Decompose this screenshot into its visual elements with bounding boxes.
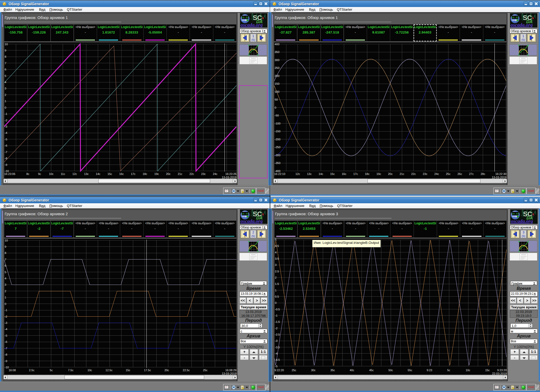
svg-text:15c: 15c <box>330 172 335 175</box>
svg-text:18c: 18c <box>143 172 147 175</box>
svg-text:-4: -4 <box>275 352 278 355</box>
svg-text:55c: 55c <box>408 369 412 372</box>
svg-text:-2: -2 <box>5 119 7 122</box>
svg-text:0: 0 <box>275 106 276 109</box>
svg-text:0: 0 <box>5 106 6 109</box>
svg-text:-10: -10 <box>5 366 9 369</box>
svg-text:12c: 12c <box>295 172 300 175</box>
svg-text:150: 150 <box>275 82 279 85</box>
svg-text:2.5: 2.5 <box>275 270 279 273</box>
svg-text:-1: -1 <box>275 314 278 317</box>
svg-text:-5: -5 <box>5 138 7 141</box>
svg-text:-1: -1 <box>5 309 7 312</box>
svg-text:3: 3 <box>275 263 277 266</box>
svg-text:50c: 50c <box>388 369 393 372</box>
svg-text:15c: 15c <box>107 172 112 175</box>
svg-text:-100: -100 <box>275 122 280 125</box>
svg-text:16:23:06: 16:23:06 <box>4 172 15 175</box>
svg-text:2: 2 <box>275 276 277 279</box>
svg-text:6: 6 <box>5 264 6 267</box>
svg-text:5c: 5c <box>50 369 53 372</box>
svg-text:oscada.org: oscada.org <box>511 22 533 28</box>
svg-text:45c: 45c <box>369 369 374 372</box>
svg-text:oscada.org: oscada.org <box>511 218 533 224</box>
svg-text:2: 2 <box>5 290 6 293</box>
svg-text:16:08: 16:08 <box>9 369 16 372</box>
svg-text:16:22:10: 16:22:10 <box>274 172 285 175</box>
svg-text:-4: -4 <box>5 328 7 331</box>
svg-text:-2: -2 <box>5 315 7 318</box>
svg-text:10.93: 10.93 <box>512 213 519 215</box>
svg-text:-3.5: -3.5 <box>275 346 280 349</box>
svg-text:10c: 10c <box>49 172 54 175</box>
svg-text:19c: 19c <box>376 172 381 175</box>
svg-text:9: 9 <box>5 49 6 52</box>
svg-text:9:23: 9:23 <box>427 369 432 372</box>
svg-text:5c: 5c <box>447 369 450 372</box>
svg-text:oscada.org: oscada.org <box>241 218 263 224</box>
svg-text:-4: -4 <box>5 131 7 134</box>
svg-text:7: 7 <box>5 62 6 65</box>
svg-text:2.5c: 2.5c <box>29 369 35 372</box>
svg-text:14c: 14c <box>96 172 100 175</box>
svg-text:10.93: 10.93 <box>241 213 248 215</box>
svg-text:14c: 14c <box>319 172 323 175</box>
svg-text:13c: 13c <box>307 172 312 175</box>
svg-text:35c: 35c <box>330 369 335 372</box>
svg-text:-5: -5 <box>5 334 7 337</box>
svg-text:25c: 25c <box>446 172 451 175</box>
svg-text:3.5: 3.5 <box>275 257 279 260</box>
svg-text:-7: -7 <box>5 347 7 350</box>
svg-text:25c: 25c <box>292 369 296 372</box>
svg-text:1.5: 1.5 <box>275 282 279 285</box>
svg-text:-350: -350 <box>275 161 280 165</box>
svg-text:22.5c: 22.5c <box>183 369 190 372</box>
svg-text:oscada.org: oscada.org <box>241 22 263 28</box>
svg-text:-7: -7 <box>5 151 7 154</box>
svg-text:16c: 16c <box>119 172 124 175</box>
svg-text:23c: 23c <box>201 172 206 175</box>
svg-text:21c: 21c <box>400 172 404 175</box>
svg-text:20c: 20c <box>388 172 393 175</box>
svg-text:16:23:26: 16:23:26 <box>225 172 236 175</box>
svg-text:22c: 22c <box>411 172 416 175</box>
svg-text:4: 4 <box>5 81 6 84</box>
svg-text:-9: -9 <box>5 360 7 363</box>
svg-text:13-03-2019: 13-03-2019 <box>222 176 236 178</box>
svg-text:-2: -2 <box>275 327 278 330</box>
svg-text:0: 0 <box>5 302 6 305</box>
svg-text:1: 1 <box>5 296 6 299</box>
svg-text:11c: 11c <box>61 172 65 175</box>
svg-text:13c: 13c <box>84 172 89 175</box>
svg-text:8: 8 <box>5 251 6 254</box>
svg-text:10: 10 <box>5 239 8 242</box>
svg-text:-2.5: -2.5 <box>275 333 280 336</box>
svg-text:400: 400 <box>275 43 279 46</box>
svg-text:-0.5: -0.5 <box>275 308 280 311</box>
svg-text:18c: 18c <box>365 172 370 175</box>
svg-text:10.93: 10.93 <box>511 16 518 19</box>
svg-text:-1.5: -1.5 <box>275 320 280 323</box>
svg-text:-300: -300 <box>275 154 280 157</box>
svg-text:-50: -50 <box>275 114 279 117</box>
svg-text:7: 7 <box>5 258 6 261</box>
svg-text:100: 100 <box>275 90 279 93</box>
svg-text:8c: 8c <box>26 172 29 175</box>
svg-text:20c: 20c <box>164 369 169 372</box>
svg-text:5: 5 <box>275 239 277 241</box>
svg-text:3: 3 <box>5 283 6 286</box>
svg-text:4: 4 <box>275 251 277 254</box>
svg-text:13-03-2019: 13-03-2019 <box>492 176 506 178</box>
svg-text:30c: 30c <box>311 369 316 372</box>
svg-text:24c: 24c <box>213 172 217 175</box>
svg-text:6: 6 <box>5 68 6 71</box>
svg-text:-6: -6 <box>5 340 7 343</box>
svg-text:10: 10 <box>5 43 8 46</box>
svg-text:-6: -6 <box>5 144 7 147</box>
svg-text:25c: 25c <box>203 369 208 372</box>
svg-text:-8: -8 <box>5 157 7 160</box>
svg-text:-5: -5 <box>275 365 278 368</box>
svg-text:12c: 12c <box>72 172 77 175</box>
svg-text:26c: 26c <box>458 172 462 175</box>
svg-text:-3: -3 <box>5 125 7 128</box>
